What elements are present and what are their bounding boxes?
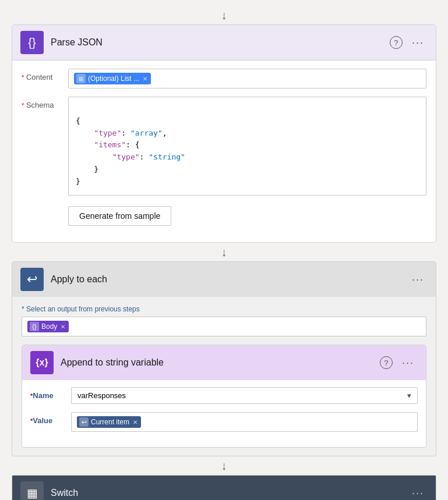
append-string-card: {x} Append to string variable ? ··· *Nam… — [22, 345, 426, 448]
schema-field: { "type": "array", "items": { "type": "s… — [68, 97, 426, 226]
append-string-body: *Name varResponses ▾ *Value — [22, 380, 426, 447]
content-token-chip[interactable]: ⊞ (Optional) List ... ✕ — [74, 73, 151, 84]
body-token-close[interactable]: ✕ — [61, 324, 65, 330]
value-label: *Value — [30, 412, 71, 425]
switch-icon: ▦ — [20, 481, 44, 500]
content-token-close[interactable]: ✕ — [143, 76, 147, 82]
current-item-token-label: Current item — [91, 418, 129, 426]
content-label: * Content — [22, 69, 68, 81]
schema-editor[interactable]: { "type": "array", "items": { "type": "s… — [68, 97, 426, 196]
value-token-field[interactable]: ↩ Current item ✕ — [71, 412, 418, 432]
current-item-token-icon: ↩ — [79, 417, 89, 427]
apply-each-icon: ↩ — [20, 268, 44, 291]
content-token-field[interactable]: ⊞ (Optional) List ... ✕ — [68, 69, 426, 88]
schema-label: * Schema — [22, 97, 68, 109]
append-string-more-button[interactable]: ··· — [398, 356, 418, 370]
append-string-actions: ? ··· — [380, 356, 418, 370]
name-dropdown-value: varResponses — [77, 391, 126, 400]
bottom-connector-arrow: ↓ — [221, 456, 227, 475]
switch-title: Switch — [51, 488, 408, 498]
switch-card: ▦ Switch ··· — [12, 475, 436, 500]
apply-each-input-field[interactable]: {} Body ✕ — [22, 317, 426, 336]
parse-json-body: * Content ⊞ (Optional) List ... ✕ * Sche… — [12, 61, 436, 242]
apply-each-header: ↩ Apply to each ··· — [12, 262, 436, 297]
parse-json-header: {} Parse JSON ? ··· — [12, 25, 436, 61]
content-token-label: (Optional) List ... — [88, 75, 139, 83]
append-string-header: {x} Append to string variable ? ··· — [22, 345, 426, 380]
body-token-chip[interactable]: {} Body ✕ — [27, 321, 69, 332]
parse-json-help-icon[interactable]: ? — [390, 36, 403, 49]
parse-json-more-button[interactable]: ··· — [408, 36, 428, 50]
content-row: * Content ⊞ (Optional) List ... ✕ — [22, 69, 426, 88]
body-token-icon: {} — [30, 322, 39, 331]
name-dropdown-field[interactable]: varResponses ▾ — [71, 387, 418, 404]
name-row: *Name varResponses ▾ — [30, 387, 418, 404]
current-item-token-close[interactable]: ✕ — [133, 419, 137, 425]
parse-json-actions: ? ··· — [390, 36, 428, 50]
content-token-icon: ⊞ — [76, 74, 86, 83]
apply-each-card: ↩ Apply to each ··· * Select an output f… — [12, 261, 436, 456]
parse-json-title: Parse JSON — [51, 37, 390, 48]
value-field[interactable]: ↩ Current item ✕ — [71, 412, 418, 432]
switch-more-button[interactable]: ··· — [408, 486, 428, 501]
generate-from-sample-button[interactable]: Generate from sample — [68, 206, 171, 226]
top-connector-arrow: ↓ — [221, 6, 227, 24]
name-dropdown-chevron: ▾ — [407, 391, 411, 400]
name-label: *Name — [30, 387, 71, 400]
append-string-help-icon[interactable]: ? — [380, 356, 393, 369]
append-string-icon: {x} — [30, 351, 54, 374]
apply-each-body: * Select an output from previous steps {… — [12, 297, 436, 456]
switch-header: ▦ Switch ··· — [12, 476, 436, 500]
apply-each-title: Apply to each — [51, 274, 408, 285]
name-dropdown[interactable]: varResponses ▾ — [71, 387, 418, 404]
parse-json-card: {} Parse JSON ? ··· * Content ⊞ (Optiona… — [12, 24, 436, 243]
parse-json-icon: {} — [20, 31, 44, 54]
select-output-label: * Select an output from previous steps — [22, 305, 426, 313]
body-token-label: Body — [41, 322, 57, 331]
append-string-title: Append to string variable — [61, 357, 380, 368]
current-item-token-chip[interactable]: ↩ Current item ✕ — [77, 416, 141, 428]
apply-each-more-button[interactable]: ··· — [408, 272, 428, 287]
value-row: *Value ↩ Current item ✕ — [30, 412, 418, 432]
content-field[interactable]: ⊞ (Optional) List ... ✕ — [68, 69, 426, 88]
schema-row: * Schema { "type": "array", "items": { "… — [22, 97, 426, 226]
middle-connector-arrow: ↓ — [221, 243, 227, 261]
